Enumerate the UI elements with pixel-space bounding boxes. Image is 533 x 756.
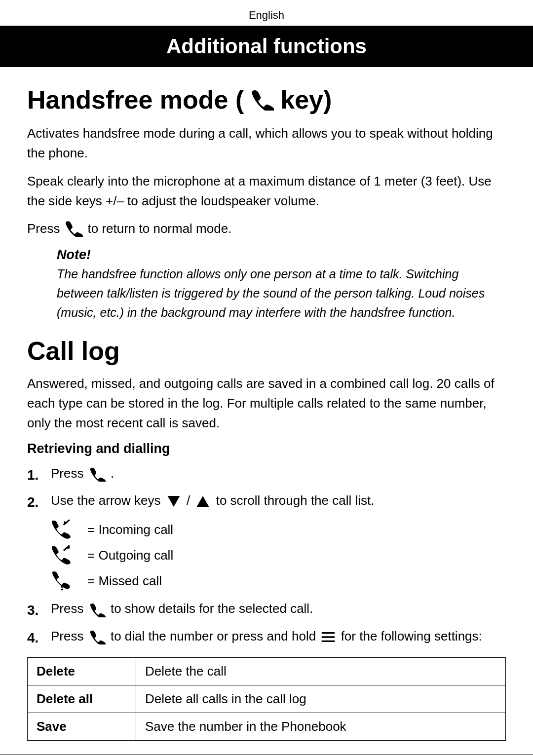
step4-suffix: for the following settings:: [341, 629, 482, 643]
table-cell-deleteall-label: Delete all: [28, 685, 136, 713]
steps-list: 1. Press . 2. Use the arrow keys: [27, 463, 506, 649]
svg-rect-8: [322, 632, 335, 634]
phone-icon-step1: [89, 467, 106, 482]
step-3-content: Press to show details for the selected c…: [51, 599, 506, 618]
page-container: English Additional functions Handsfree m…: [0, 0, 533, 756]
table-cell-save-value: Save the number in the Phonebook: [136, 713, 506, 741]
handsfree-para1: Activates handsfree mode during a call, …: [27, 123, 506, 163]
step-2: 2. Use the arrow keys /: [27, 491, 506, 513]
step-3-num: 3.: [27, 600, 46, 621]
missed-call-icon: [51, 570, 78, 592]
handsfree-para2: Speak clearly into the microphone at a m…: [27, 171, 506, 211]
retrieving-dialling-title: Retrieving and dialling: [27, 441, 506, 456]
step-1-num: 1.: [27, 464, 46, 486]
step4-press: Press: [51, 629, 87, 643]
step2-suffix: to scroll through the call list.: [216, 493, 375, 508]
handsfree-press-return: Press to return to normal mode.: [27, 219, 506, 238]
outgoing-call-label: = Outgoing call: [87, 548, 173, 563]
step-2-content: Use the arrow keys / to scro: [51, 491, 506, 510]
step3-press: Press: [51, 601, 87, 616]
step3-suffix: to show details for the selected call.: [111, 601, 313, 616]
main-content: Handsfree mode ( key) Activates handsfre…: [0, 85, 533, 741]
step-1-content: Press .: [51, 463, 506, 483]
svg-rect-10: [322, 641, 335, 642]
incoming-call-label: = Incoming call: [87, 522, 173, 537]
calllog-title: Call log: [27, 336, 506, 366]
phone-icon-title: [250, 89, 274, 111]
step1-press: Press: [51, 466, 87, 481]
svg-rect-7: [61, 586, 63, 588]
press-label: Press: [27, 219, 60, 238]
handsfree-title-text: Handsfree mode (: [27, 85, 244, 114]
step4-mid: to dial the number or press and hold: [111, 629, 319, 643]
language-label: English: [0, 0, 533, 26]
note-section: Note! The handsfree function allows only…: [57, 247, 506, 322]
step-4-num: 4.: [27, 627, 46, 648]
settings-table: Delete Delete the call Delete all Delete…: [27, 657, 506, 741]
incoming-call-row: = Incoming call: [51, 519, 506, 540]
arrow-up-icon: [195, 494, 211, 508]
phone-icon-step3: [89, 603, 106, 617]
phone-icon-step4: [89, 630, 106, 644]
svg-rect-6: [61, 589, 63, 591]
step-3: 3. Press to show details for the selecte…: [27, 599, 506, 621]
arrow-down-icon: [166, 494, 182, 508]
step-1: 1. Press .: [27, 463, 506, 486]
handsfree-title: Handsfree mode ( key): [27, 85, 506, 114]
table-row-save: Save Save the number in the Phonebook: [28, 713, 506, 741]
outgoing-call-icon: [51, 544, 78, 566]
step2-text: Use the arrow keys: [51, 493, 164, 508]
svg-marker-1: [197, 496, 209, 507]
note-text: The handsfree function allows only one p…: [57, 265, 506, 322]
page-header: Additional functions: [0, 26, 533, 67]
step-4: 4. Press to dial the number or press and…: [27, 626, 506, 648]
note-label: Note!: [57, 247, 506, 263]
handsfree-title-text2: key): [280, 85, 332, 114]
table-cell-save-label: Save: [28, 713, 136, 741]
svg-marker-0: [167, 496, 180, 507]
outgoing-call-row: = Outgoing call: [51, 544, 506, 566]
step-4-content: Press to dial the number or press and ho…: [51, 626, 506, 646]
table-cell-delete-value: Delete the call: [136, 658, 506, 685]
incoming-call-icon: [51, 519, 78, 540]
step-2-num: 2.: [27, 491, 46, 513]
table-row-delete: Delete Delete the call: [28, 658, 506, 685]
menu-icon: [321, 630, 336, 644]
missed-call-label: = Missed call: [87, 573, 162, 589]
missed-call-row: = Missed call: [51, 570, 506, 592]
return-label: to return to normal mode.: [87, 219, 231, 238]
step1-period: .: [111, 466, 114, 481]
svg-rect-9: [322, 636, 335, 638]
step2-slash: /: [187, 493, 193, 508]
table-cell-delete-label: Delete: [28, 658, 136, 685]
calllog-para1: Answered, missed, and outgoing calls are…: [27, 374, 506, 433]
table-row-delete-all: Delete all Delete all calls in the call …: [28, 685, 506, 713]
call-types-block: = Incoming call = Outgoing cal: [51, 519, 506, 592]
phone-icon-return: [64, 220, 83, 237]
table-cell-deleteall-value: Delete all calls in the call log: [136, 685, 506, 713]
